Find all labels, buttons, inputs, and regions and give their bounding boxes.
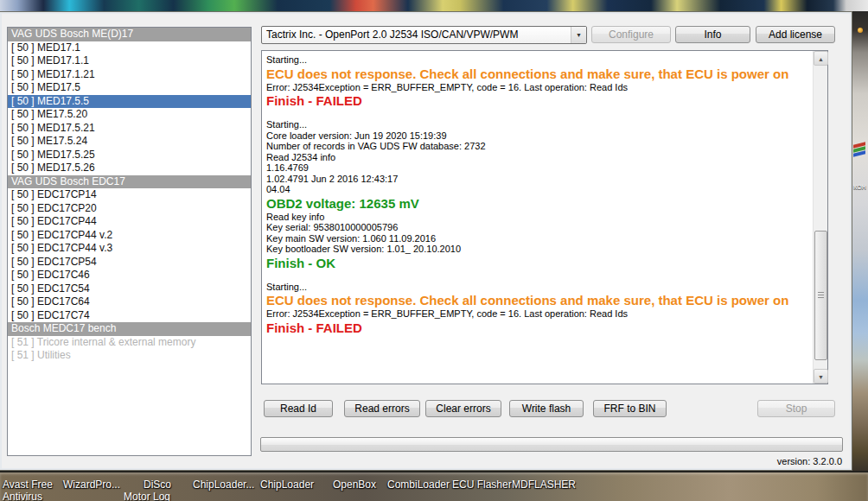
log-line: ECU does not response. Check all connect… xyxy=(266,292,811,308)
ecu-list-item[interactable]: [ 50 ] MED17.1 xyxy=(8,41,251,55)
log-scrollbar[interactable]: ▲ ▼ xyxy=(813,51,827,384)
ecu-list-item[interactable]: [ 50 ] MED17.5.25 xyxy=(8,149,251,162)
desktop-icon-label[interactable]: Avast Free xyxy=(3,479,53,491)
device-select-value: Tactrix Inc. - OpenPort 2.0 J2534 ISO/CA… xyxy=(266,29,518,41)
frf-to-bin-button[interactable]: FRF to BIN xyxy=(593,400,667,417)
log-line: OBD2 voltage: 12635 mV xyxy=(266,195,811,212)
log-line: Starting... xyxy=(266,54,811,66)
log-line: Read key info xyxy=(266,212,811,223)
desktop-edge: КОН xyxy=(852,11,868,471)
scroll-up-icon[interactable]: ▲ xyxy=(814,51,828,66)
ecu-list-item[interactable]: [ 50 ] MED17.5.26 xyxy=(8,162,251,175)
desktop-icon-label[interactable]: ChipLoader... xyxy=(193,479,254,491)
stop-button[interactable]: Stop xyxy=(757,400,835,417)
ecu-list-item[interactable]: [ 50 ] EDC17CP54 xyxy=(8,256,251,270)
desktop-edge-dot xyxy=(858,28,863,33)
desktop-icon-label[interactable]: ChipLoader xyxy=(260,479,314,491)
ecu-list-item[interactable]: [ 50 ] MED17.5.5 xyxy=(8,95,251,109)
progress-bar xyxy=(260,437,843,452)
ecu-list-item[interactable]: [ 51 ] Utilities xyxy=(8,349,251,363)
app-window: VAG UDS Bosch ME(D)17[ 50 ] MED17.1[ 50 … xyxy=(0,11,852,471)
log-line: 1.02.4791 Jun 2 2016 12:43:17 xyxy=(266,174,811,185)
log-line: Key bootloader SW version: 1.01_ 20.10.2… xyxy=(266,244,811,255)
write-flash-button[interactable]: Write flash xyxy=(509,400,584,417)
device-select[interactable]: Tactrix Inc. - OpenPort 2.0 J2534 ISO/CA… xyxy=(261,26,587,44)
ecu-list-item[interactable]: [ 50 ] EDC17C64 xyxy=(8,295,251,309)
ecu-list-item[interactable]: [ 50 ] MED17.5.21 xyxy=(8,122,251,136)
read-id-button[interactable]: Read Id xyxy=(264,400,333,417)
ecu-list-item[interactable]: [ 50 ] EDC17CP44 v.2 xyxy=(8,229,251,243)
ecu-list-item[interactable]: [ 50 ] ME17.5.24 xyxy=(8,135,251,149)
layered-app-icon xyxy=(853,143,865,157)
ecu-list-item[interactable]: [ 50 ] EDC17C46 xyxy=(8,269,251,282)
log-line xyxy=(266,271,811,282)
ecu-list-item[interactable]: [ 50 ] EDC17CP14 xyxy=(8,188,251,202)
ecu-list-item[interactable]: [ 50 ] EDC17CP44 v.3 xyxy=(8,242,251,256)
log-line: Core loader version: Jun 19 2020 15:19:3… xyxy=(266,130,811,142)
log-line: Error: J2534Exception = ERR_BUFFER_EMPTY… xyxy=(266,82,811,93)
log-line: 1.16.4769 xyxy=(266,162,811,174)
ecu-list-item[interactable]: [ 50 ] ME17.5.20 xyxy=(8,108,251,122)
log-line: Read J2534 info xyxy=(266,152,811,163)
ecu-group-header: VAG UDS Bosch ME(D)17 xyxy=(8,28,251,41)
log-line: Key main SW version: 1.060 11.09.2016 xyxy=(266,233,811,244)
log-output: Starting...ECU does not response. Check … xyxy=(262,51,813,384)
configure-button[interactable]: Configure xyxy=(591,26,671,43)
log-line: Starting... xyxy=(266,282,811,293)
desktop-icon-label[interactable]: CombiLoader xyxy=(387,479,450,491)
ecu-list-item[interactable]: [ 50 ] MED17.1.1 xyxy=(8,54,251,68)
desktop-icon-label-line2[interactable]: Motor Log xyxy=(124,491,170,501)
log-line xyxy=(266,109,811,119)
info-button[interactable]: Info xyxy=(675,26,750,43)
version-label: version: 3.2.0.0 xyxy=(777,456,842,466)
log-line: 04.04 xyxy=(266,184,811,195)
scrollbar-thumb[interactable] xyxy=(814,231,827,360)
clear-errors-button[interactable]: Clear errors xyxy=(425,400,501,417)
ecu-list-item[interactable]: [ 50 ] MED17.1.21 xyxy=(8,68,251,82)
desktop-icon-label[interactable]: ECU Flasher xyxy=(452,479,512,491)
ecu-list: VAG UDS Bosch ME(D)17[ 50 ] MED17.1[ 50 … xyxy=(7,27,252,456)
scroll-down-icon[interactable]: ▼ xyxy=(814,369,828,384)
add-license-button[interactable]: Add license xyxy=(756,26,835,43)
desktop-icon-label[interactable]: OpenBox xyxy=(333,479,376,491)
ecu-group-header: Bosch MEDC17 bench xyxy=(8,322,251,336)
ecu-list-item[interactable]: [ 50 ] EDC17C74 xyxy=(8,309,251,323)
log-line: Key serial: 9538010000005796 xyxy=(266,222,811,233)
log-line: Error: J2534Exception = ERR_BUFFER_EMPTY… xyxy=(266,308,811,320)
ecu-list-item[interactable]: [ 50 ] EDC17CP44 xyxy=(8,215,251,229)
ecu-list-item[interactable]: [ 50 ] EDC17CP20 xyxy=(8,202,251,216)
read-errors-button[interactable]: Read errors xyxy=(344,400,420,417)
ecu-list-item[interactable]: [ 50 ] MED17.5 xyxy=(8,81,251,95)
desktop-edge-icon-label: КОН xyxy=(852,184,868,190)
chevron-down-icon[interactable]: ▼ xyxy=(571,27,586,43)
background-taskbar-strip xyxy=(0,0,868,11)
ecu-list-item[interactable]: [ 51 ] Tricore internal & external memor… xyxy=(8,336,251,350)
log-line: Finish - FAILED xyxy=(266,92,811,109)
log-line: Number of records in VAG UDS FW database… xyxy=(266,141,811,152)
log-panel: Starting...ECU does not response. Check … xyxy=(261,50,828,384)
desktop-icon-label-line2[interactable]: Antivirus xyxy=(3,491,42,501)
log-line: Finish - OK xyxy=(266,255,811,271)
log-line: Starting... xyxy=(266,119,811,130)
log-line: Finish - FAILED xyxy=(266,320,811,336)
ecu-list-item[interactable]: [ 50 ] EDC17C54 xyxy=(8,282,251,296)
log-line: ECU does not response. Check all connect… xyxy=(266,66,811,82)
desktop-icon-label[interactable]: WizardPro... xyxy=(63,479,120,491)
desktop-icon-label[interactable]: DiSco xyxy=(144,479,171,491)
ecu-group-header: VAG UDS Bosch EDC17 xyxy=(8,175,251,189)
desktop-icon-label[interactable]: MDFLASHER xyxy=(512,479,576,491)
